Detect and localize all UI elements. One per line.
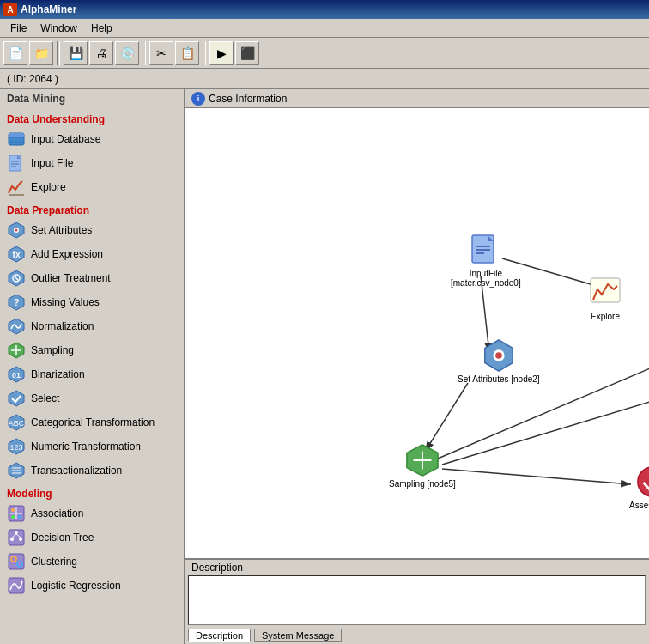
num-trans-icon: 123 xyxy=(7,437,26,456)
menu-bar: File Window Help xyxy=(0,19,649,38)
logreg-icon xyxy=(7,576,26,595)
svg-text:123: 123 xyxy=(9,443,22,452)
sidebar-item-select[interactable]: Select xyxy=(0,386,184,410)
main-container: Data Mining Data Understanding Input Dat… xyxy=(0,89,649,644)
binarization-label: Binarization xyxy=(31,368,85,380)
sidebar-item-input-database[interactable]: Input Database xyxy=(0,127,184,151)
canvas-edges xyxy=(185,108,649,558)
svg-point-44 xyxy=(19,538,22,541)
tab-description[interactable]: Description xyxy=(188,629,251,642)
association-label: Association xyxy=(31,507,83,519)
sidebar-item-explore[interactable]: Explore xyxy=(0,175,184,199)
binarize-icon: 01 xyxy=(7,365,26,384)
sidebar-item-input-file[interactable]: Input File xyxy=(0,151,184,175)
database-icon xyxy=(7,130,26,149)
floppy-button[interactable]: 💿 xyxy=(115,41,139,65)
sidebar-item-normalization[interactable]: Normalization xyxy=(0,314,184,338)
logistic-regression-sidebar-label: Logistic Regression xyxy=(31,580,121,592)
set-attributes-label: Set Attributes xyxy=(31,224,92,236)
svg-rect-1 xyxy=(9,133,24,137)
svg-point-12 xyxy=(15,229,18,232)
sidebar-item-outlier-treatment[interactable]: Outlier Treatment xyxy=(0,266,184,290)
dtree-icon xyxy=(7,528,26,547)
id-bar: ( ID: 2064 ) xyxy=(0,69,649,89)
transact-icon xyxy=(7,461,26,480)
explore-label: Explore xyxy=(31,181,66,193)
assoc-icon xyxy=(7,504,26,523)
canvas-area[interactable]: InputFile[mater.csv_node0] Explore xyxy=(185,108,649,558)
svg-line-56 xyxy=(442,469,631,484)
sampling-node-label: Sampling [node5] xyxy=(389,479,456,489)
add-expr-icon: fx xyxy=(7,245,26,264)
svg-point-40 xyxy=(11,515,15,519)
open-button[interactable]: 📁 xyxy=(29,41,53,65)
svg-point-42 xyxy=(15,531,18,534)
normalization-label: Normalization xyxy=(31,320,94,332)
node-set-attributes[interactable]: Set Attributes [node2] xyxy=(458,338,540,384)
sidebar-item-set-attributes[interactable]: Set Attributes xyxy=(0,218,184,242)
print-button[interactable]: 🖨 xyxy=(89,41,113,65)
sidebar-item-association[interactable]: Association xyxy=(0,501,184,526)
explore-node-label: Explore xyxy=(591,312,620,321)
sidebar-item-binarization[interactable]: 01 Binarization xyxy=(0,362,184,386)
sidebar-item-numeric-transformation[interactable]: 123 Numeric Transformation xyxy=(0,434,184,459)
svg-point-69 xyxy=(495,352,502,359)
sidebar-item-categorical-transformation[interactable]: ABC Categorical Transformation xyxy=(0,410,184,434)
outlier-icon xyxy=(7,269,26,288)
svg-text:ABC: ABC xyxy=(9,419,25,428)
svg-text:fx: fx xyxy=(13,250,21,259)
sidebar-item-logistic-regression[interactable]: Logistic Regression xyxy=(0,574,184,598)
node-assessment[interactable]: Assessment xyxy=(629,465,649,510)
description-tabs: Description System Message xyxy=(185,627,649,644)
sidebar-item-add-expression[interactable]: fx Add Expression xyxy=(0,242,184,266)
explore-node-icon xyxy=(588,276,622,310)
description-content-area xyxy=(188,575,646,625)
save-button[interactable]: 💾 xyxy=(64,41,88,65)
sidebar-item-decision-tree[interactable]: Decision Tree xyxy=(0,526,184,550)
sidebar-item-clustering[interactable]: Clustering xyxy=(0,550,184,574)
title-bar: A AlphaMiner xyxy=(0,0,649,19)
cut-button[interactable]: ✂ xyxy=(149,41,173,65)
menu-file[interactable]: File xyxy=(3,21,33,36)
run-button[interactable]: ▶ xyxy=(209,41,234,65)
outlier-treatment-label: Outlier Treatment xyxy=(31,272,111,284)
transactionalization-label: Transactionalization xyxy=(31,465,122,477)
node-explore[interactable]: Explore xyxy=(588,276,622,321)
svg-text:01: 01 xyxy=(12,371,21,380)
cat-trans-icon: ABC xyxy=(7,413,26,432)
toolbar-sep-3 xyxy=(203,41,206,65)
cluster-icon xyxy=(7,552,26,571)
section-modeling: Modeling xyxy=(0,483,184,501)
sampling-label: Sampling xyxy=(31,344,74,356)
toolbar-sep-2 xyxy=(143,41,146,65)
copy-button[interactable]: 📋 xyxy=(175,41,199,65)
stop-button[interactable]: ⬛ xyxy=(235,41,259,65)
decision-tree-label: Decision Tree xyxy=(31,532,94,544)
set-attr-node-icon xyxy=(482,338,516,373)
app-title: AlphaMiner xyxy=(21,3,76,15)
missing-icon: ? xyxy=(7,293,26,312)
select-label: Select xyxy=(31,392,59,404)
assessment-node-label: Assessment xyxy=(629,501,649,510)
sampling-node-icon xyxy=(405,443,440,477)
input-file-node-label: InputFile[mater.csv_node0] xyxy=(451,269,521,288)
sidebar-item-sampling[interactable]: Sampling xyxy=(0,338,184,362)
menu-window[interactable]: Window xyxy=(33,21,84,36)
canvas-title: Case Information xyxy=(209,93,287,105)
input-file-label: Input File xyxy=(31,157,73,169)
toolbar: 📄 📁 💾 🖨 💿 ✂ 📋 ▶ ⬛ xyxy=(0,38,649,69)
svg-point-38 xyxy=(11,508,15,512)
norm-icon xyxy=(7,317,26,336)
toolbar-sep-1 xyxy=(57,41,60,65)
new-button[interactable]: 📄 xyxy=(3,41,27,65)
menu-help[interactable]: Help xyxy=(84,21,119,36)
svg-point-43 xyxy=(10,538,14,541)
sidebar-item-transactionalization[interactable]: Transactionalization xyxy=(0,459,184,483)
tab-system-message[interactable]: System Message xyxy=(254,629,342,642)
sidebar-item-missing-values[interactable]: ? Missing Values xyxy=(0,290,184,314)
svg-point-39 xyxy=(18,515,21,519)
node-input-file[interactable]: InputFile[mater.csv_node0] xyxy=(451,233,521,288)
right-panel: i Case Information xyxy=(185,89,649,644)
node-sampling[interactable]: Sampling [node5] xyxy=(389,443,456,489)
add-expression-label: Add Expression xyxy=(31,248,103,260)
